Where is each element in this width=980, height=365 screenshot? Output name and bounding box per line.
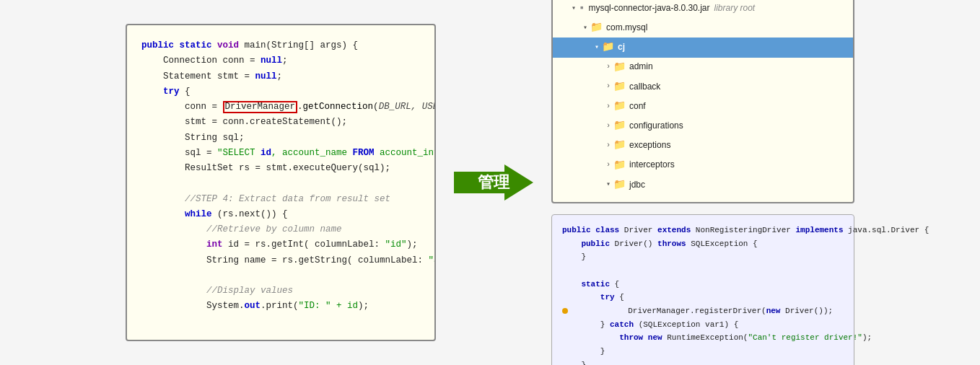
folder-icon: 📁 (590, 19, 603, 37)
tree-item-exceptions[interactable]: › 📁 exceptions (553, 136, 853, 155)
chevron-icon: › (606, 100, 611, 113)
chevron-icon: › (606, 139, 611, 152)
tree-item-configurations[interactable]: › 📁 configurations (553, 116, 853, 136)
tree-item-conf[interactable]: › 📁 conf (553, 97, 853, 116)
main-container: public static void main(String[] args) {… (0, 0, 980, 365)
tree-label: com.mysql (606, 20, 647, 36)
chevron-icon: ▾ (606, 178, 611, 191)
preview-line-9: throw new RuntimeException("Can't regist… (562, 331, 844, 345)
preview-line-7: DriverManager.registerDriver(new Driver(… (562, 304, 844, 318)
code-line-9: ResultSet rs = stmt.executeQuery(sql); (141, 161, 420, 176)
code-line-3: Statement stmt = null; (141, 69, 420, 84)
arrow-label: 管理 (478, 172, 509, 193)
preview-line-8: } catch (SQLException var1) { (562, 318, 844, 332)
tree-label: interceptors (629, 157, 675, 173)
preview-line-2: public Driver() throws SQLException { (562, 237, 844, 251)
folder-icon: 📁 (613, 117, 626, 135)
code-line-4: try { (141, 84, 420, 100)
preview-line-6: try { (562, 291, 844, 304)
file-tree: ▾ ▪ Maven: mysql:mysql-connector-java:8.… (551, 0, 854, 203)
tree-item-callback[interactable]: › 📁 callback (553, 77, 853, 97)
code-line-1: public static void main(String[] args) { (141, 38, 420, 53)
code-line-5: conn = DriverManager.getConnection(DB_UR… (141, 100, 420, 115)
tree-label: admin (629, 59, 653, 75)
tree-item-jdbc[interactable]: ▾ 📁 jdbc (553, 175, 853, 195)
warning-dot (562, 308, 568, 314)
code-line-10 (141, 176, 420, 191)
left-code-panel: public static void main(String[] args) {… (126, 24, 436, 341)
preview-line-3: } (562, 250, 844, 264)
code-line-17: //Display values (141, 283, 420, 299)
folder-icon: 📁 (602, 38, 614, 56)
tree-label: exceptions (629, 138, 670, 154)
tree-label: cj (618, 40, 625, 56)
folder-icon: 📁 (613, 97, 626, 115)
tree-label: callback (629, 79, 660, 95)
folder-icon: 📁 (613, 176, 626, 194)
chevron-icon: ▾ (595, 41, 599, 54)
code-line-14: int id = rs.getInt( columnLabel: "id"); (141, 237, 420, 252)
tree-label: conf (629, 99, 646, 115)
code-line-15: String name = rs.getString( columnLabel:… (141, 253, 420, 268)
jar-icon: ▪ (579, 0, 585, 17)
chevron-icon: › (606, 80, 611, 93)
tree-item-com-mysql[interactable]: ▾ 📁 com.mysql (553, 18, 853, 38)
tree-label: mysql-connector-java-8.0.30.jar (588, 1, 709, 17)
tree-label: jdbc (629, 177, 645, 193)
folder-icon: 📁 (613, 136, 626, 154)
code-line-2: Connection conn = null; (141, 53, 420, 69)
right-panel: ▾ ▪ Maven: mysql:mysql-connector-java:8.… (551, 0, 854, 365)
folder-icon: 📁 (613, 78, 626, 96)
tree-item-interceptors[interactable]: › 📁 interceptors (553, 156, 853, 175)
preview-line-10: } (562, 345, 844, 359)
code-line-8: sql = "SELECT id, account_name FROM acco… (141, 146, 420, 161)
arrow-section: 管理 (450, 161, 537, 204)
code-line-16 (141, 268, 420, 283)
library-root-label: library root (714, 1, 756, 17)
preview-line-11: } (562, 359, 844, 365)
folder-icon: 📁 (613, 58, 626, 76)
chevron-icon: ▾ (583, 22, 587, 35)
preview-line-4 (562, 264, 844, 278)
tree-item-cj[interactable]: ▾ 📁 cj (553, 38, 853, 57)
chevron-icon: › (606, 120, 611, 133)
tree-label: configurations (629, 118, 683, 134)
code-line-12: while (rs.next()) { (141, 207, 420, 222)
code-line-7: String sql; (141, 131, 420, 146)
folder-icon: 📁 (613, 157, 626, 175)
code-preview: public class Driver extends NonRegisteri… (551, 214, 854, 365)
code-line-11: //STEP 4: Extract data from result set (141, 192, 420, 207)
preview-line-5: static { (562, 278, 844, 291)
preview-line-1: public class Driver extends NonRegisteri… (562, 224, 844, 237)
chevron-icon: ▾ (572, 2, 576, 15)
chevron-icon: › (606, 159, 611, 172)
code-line-13: //Retrieve by column name (141, 222, 420, 237)
code-line-6: stmt = conn.createStatement(); (141, 115, 420, 130)
arrow-container: 管理 (454, 161, 533, 204)
code-line-18: System.out.print("ID: " + id); (141, 299, 420, 314)
chevron-icon: › (606, 61, 611, 74)
tree-item-jar[interactable]: ▾ ▪ mysql-connector-java-8.0.30.jar libr… (553, 0, 853, 18)
tree-item-admin[interactable]: › 📁 admin (553, 58, 853, 77)
